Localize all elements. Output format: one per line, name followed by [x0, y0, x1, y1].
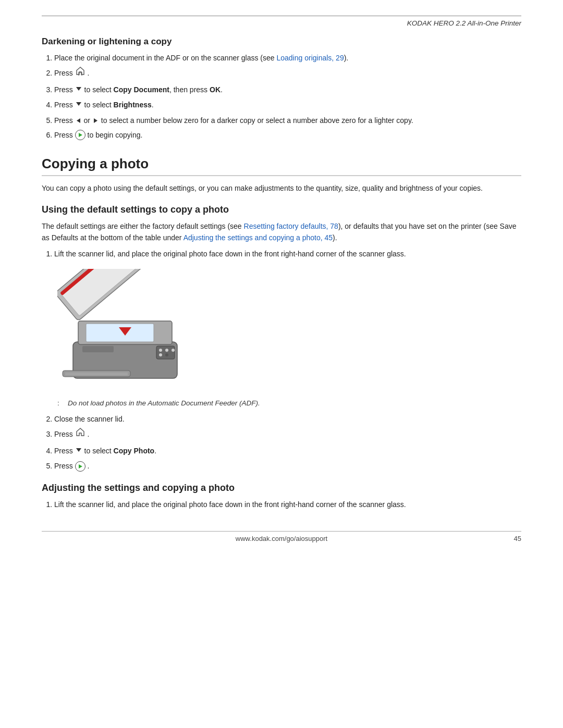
- default-copy-steps2: Close the scanner lid. Press . Press: [54, 413, 521, 472]
- page-header: KODAK HERO 2.2 All-in-One Printer: [42, 19, 521, 27]
- darkening-steps: Place the original document in the ADF o…: [54, 52, 521, 141]
- header-title: KODAK HERO 2.2 All-in-One Printer: [407, 19, 521, 27]
- list-item: Place the original document in the ADF o…: [54, 52, 521, 64]
- down-arrow-icon3: [75, 447, 84, 455]
- list-item: Press to select Brightness.: [54, 99, 521, 111]
- section-adjusting: Adjusting the settings and copying a pho…: [42, 483, 521, 510]
- list-item: Close the scanner lid.: [54, 413, 521, 425]
- step3-pre: Press: [54, 85, 75, 94]
- section-adjusting-title: Adjusting the settings and copying a pho…: [42, 483, 521, 493]
- dc-step4-mid: to select Copy Photo.: [84, 447, 156, 455]
- left-arrow-icon: [75, 116, 84, 125]
- svg-marker-0: [76, 87, 81, 91]
- svg-rect-7: [86, 324, 154, 342]
- adjusting-settings-link[interactable]: Adjusting the settings and copying a pho…: [183, 233, 333, 242]
- step2-text: Press: [54, 69, 73, 77]
- home-icon: [75, 69, 88, 78]
- step6-pre: Press: [54, 131, 75, 139]
- list-item: Press to select Copy Photo.: [54, 445, 521, 457]
- footer-page-number: 45: [514, 535, 521, 542]
- para1-pre: The default settings are either the fact…: [42, 222, 244, 230]
- resetting-defaults-link[interactable]: Resetting factory defaults, 78: [244, 222, 338, 230]
- list-item: Press .: [54, 428, 521, 441]
- footer-url: www.kodak.com/go/aiosupport: [236, 535, 327, 542]
- dc-step5-after: .: [88, 462, 90, 470]
- section2-para: The default settings are either the fact…: [42, 220, 521, 244]
- chapter-intro: You can copy a photo using the default s…: [42, 182, 521, 194]
- step6-after: to begin copying.: [88, 131, 143, 139]
- svg-point-13: [159, 349, 162, 352]
- list-item: Press to begin copying.: [54, 129, 521, 141]
- step4-mid: to select Brightness.: [84, 101, 154, 109]
- dc-step5-pre: Press: [54, 462, 75, 470]
- dc-step2-text: Close the scanner lid.: [54, 415, 125, 423]
- svg-point-16: [159, 353, 162, 356]
- step5-or: or: [84, 116, 92, 125]
- adjusting-steps: Lift the scanner lid, and place the orig…: [54, 499, 521, 510]
- play-icon: [75, 130, 85, 140]
- adj-step1-text: Lift the scanner lid, and place the orig…: [54, 500, 406, 509]
- step5-pre: Press: [54, 116, 75, 125]
- svg-rect-12: [156, 346, 175, 359]
- svg-rect-18: [82, 346, 114, 352]
- step2-after: .: [88, 69, 90, 77]
- svg-rect-5: [63, 371, 130, 377]
- right-arrow-icon: [92, 116, 101, 125]
- note-colon: :: [57, 399, 64, 407]
- page-footer: www.kodak.com/go/aiosupport 45: [42, 535, 521, 542]
- svg-point-14: [165, 349, 168, 352]
- step3-mid: to select Copy Document, then press OK.: [84, 85, 223, 94]
- loading-originals-link[interactable]: Loading originals, 29: [276, 54, 344, 62]
- step5-after: to select a number below zero for a dark…: [101, 116, 413, 125]
- section-default-title: Using the default settings to copy a pho…: [42, 204, 521, 215]
- step1-text: Place the original document in the ADF o…: [54, 54, 276, 62]
- list-item: Press to select Copy Document, then pres…: [54, 84, 521, 96]
- step4-pre: Press: [54, 101, 75, 109]
- list-item: Press or to select a number below zero f…: [54, 115, 521, 126]
- svg-point-15: [172, 349, 175, 352]
- step1-after: ).: [344, 54, 349, 62]
- note-text: Do not load photos in the Automatic Docu…: [68, 399, 260, 407]
- svg-marker-3: [94, 118, 97, 123]
- dc-step1-text: Lift the scanner lid, and place the orig…: [54, 250, 406, 258]
- down-arrow-icon: [75, 85, 84, 94]
- play-icon2: [75, 461, 85, 472]
- list-item: Press .: [54, 67, 521, 80]
- down-arrow-icon2: [75, 101, 84, 109]
- section-darkening-title: Darkening or lightening a copy: [42, 36, 521, 47]
- chapter-title: Copying a photo: [42, 156, 521, 176]
- section-default-copy: Using the default settings to copy a pho…: [42, 204, 521, 472]
- list-item: Lift the scanner lid, and place the orig…: [54, 248, 521, 260]
- home-icon2: [75, 430, 88, 439]
- svg-point-17: [165, 353, 168, 356]
- page: KODAK HERO 2.2 All-in-One Printer Darken…: [0, 0, 563, 728]
- svg-marker-21: [76, 448, 81, 452]
- dc-step3-pre: Press: [54, 430, 75, 438]
- note-adf: : Do not load photos in the Automatic Do…: [57, 399, 521, 407]
- scanner-svg-illustration: [57, 269, 193, 394]
- footer-rule: [42, 531, 521, 532]
- top-rule: [42, 16, 521, 16]
- svg-marker-1: [76, 102, 81, 106]
- section-darkening: Darkening or lightening a copy Place the…: [42, 36, 521, 141]
- scanner-image: [57, 269, 193, 394]
- dc-step3-after: .: [88, 430, 90, 438]
- default-copy-steps1: Lift the scanner lid, and place the orig…: [54, 248, 521, 260]
- svg-marker-2: [77, 118, 80, 123]
- chapter-copying: Copying a photo You can copy a photo usi…: [42, 156, 521, 194]
- list-item: Lift the scanner lid, and place the orig…: [54, 499, 521, 510]
- list-item: Press .: [54, 460, 521, 472]
- para1-after: ).: [333, 233, 337, 242]
- dc-step4-pre: Press: [54, 447, 75, 455]
